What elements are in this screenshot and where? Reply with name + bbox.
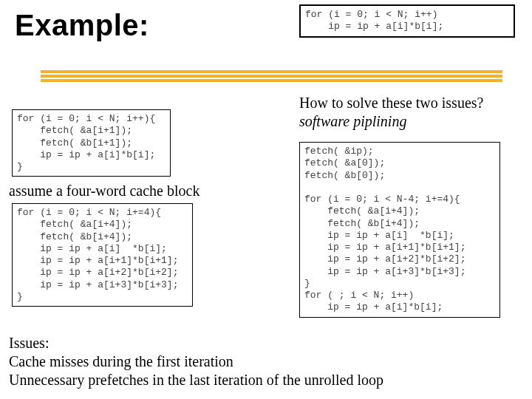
title-underline [41,70,502,83]
issues-block: Issues: Cache misses during the first it… [9,334,383,389]
question-line: How to solve these two issues? [299,94,483,112]
code-unrolled: for (i = 0; i < N; i+=4){ fetch( &a[i+4]… [12,203,193,307]
issues-heading: Issues: [9,334,383,352]
code-fetch-every-iter: for (i = 0; i < N; i++){ fetch( &a[i+1])… [12,109,171,177]
issues-item-2: Unnecessary prefetches in the last itera… [9,371,383,389]
assume-label: assume a four-word cache block [9,182,200,200]
answer-line: software piplining [299,112,483,131]
question-block: How to solve these two issues? software … [299,94,483,131]
issues-item-1: Cache misses during the first iteration [9,352,383,371]
code-software-pipelined: fetch( &ip); fetch( &a[0]); fetch( &b[0]… [299,142,500,318]
code-original-loop: for (i = 0; i < N; i++) ip = ip + a[i]*b… [299,4,515,38]
slide-title: Example: [15,9,149,42]
